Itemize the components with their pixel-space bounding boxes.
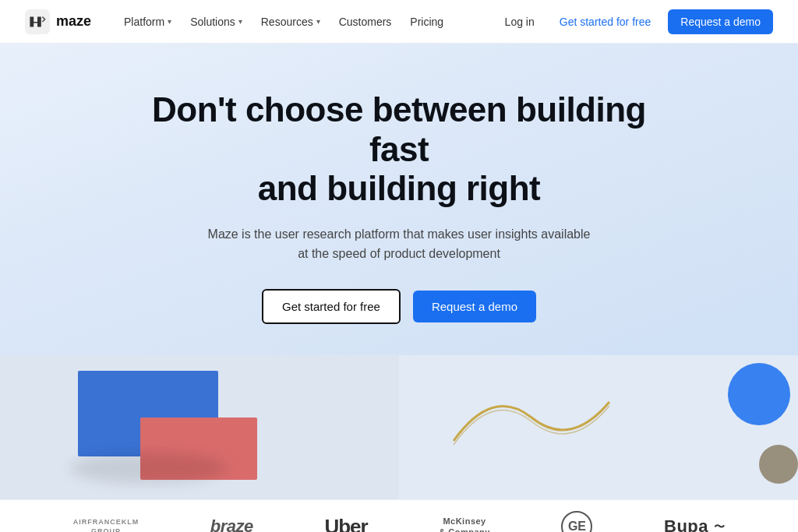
get-started-free-button[interactable]: Get started for free [262,289,401,324]
decorative-dark-circle [759,445,798,484]
hero-cta-buttons: Get started for free Request a demo [25,289,773,324]
hero-image-right [399,355,798,499]
logo-bupa: Bupa 〜 [664,516,725,532]
hero-subtext: Maze is the user research platform that … [204,224,594,264]
logo-uber: Uber [324,515,367,532]
chevron-down-icon: ▾ [168,17,171,26]
nav-customers[interactable]: Customers [331,11,400,33]
nav-pricing[interactable]: Pricing [402,11,451,33]
hero-heading: Don't choose between building fast and b… [134,90,664,209]
hero-image-left [0,355,399,499]
navbar: maze Platform ▾ Solutions ▾ Resources ▾ … [0,0,798,44]
maze-logo-icon [25,9,50,34]
customer-logos-section: AIRFRANCEKLMGROUP braze Uber McKinsey& C… [0,499,798,532]
hero-image-section [0,355,798,499]
hero-section: Don't choose between building fast and b… [0,44,798,355]
logo-link[interactable]: maze [25,9,91,34]
get-started-free-button-nav[interactable]: Get started for free [552,11,659,33]
logo-mckinsey: McKinsey& Company [439,516,490,532]
chevron-down-icon: ▾ [238,17,242,26]
login-link[interactable]: Log in [497,11,542,33]
logo-airfranceklm: AIRFRANCEKLMGROUP [73,517,139,532]
nav-solutions[interactable]: Solutions ▾ [182,11,250,33]
glasses-decoration [446,379,617,456]
logo-text: maze [56,13,91,30]
chevron-down-icon: ▾ [316,17,320,26]
nav-right: Log in Get started for free Request a de… [497,9,773,34]
decorative-blue-circle [728,363,790,425]
nav-platform[interactable]: Platform ▾ [116,11,179,33]
decorative-shadow [70,453,226,484]
request-demo-button[interactable]: Request a demo [413,291,536,322]
request-demo-button-nav[interactable]: Request a demo [668,9,773,34]
logo-braze: braze [210,516,253,532]
nav-resources[interactable]: Resources ▾ [253,11,328,33]
logo-ge: GE [561,511,592,532]
nav-links: Platform ▾ Solutions ▾ Resources ▾ Custo… [116,11,497,33]
